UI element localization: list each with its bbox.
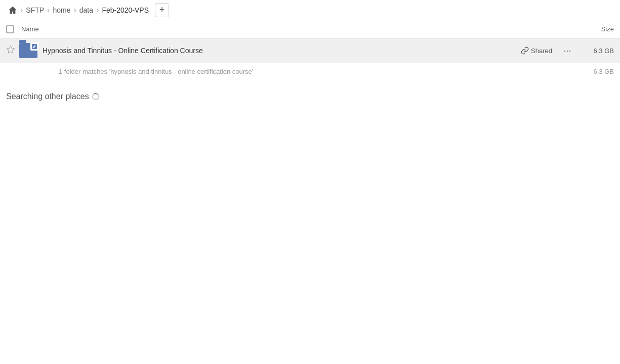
shared-label: Shared <box>531 47 552 55</box>
file-row[interactable]: Hypnosis and Tinnitus - Online Certifica… <box>0 38 620 63</box>
breadcrumb-home[interactable]: home <box>51 5 72 15</box>
match-size: 6.3 GB <box>578 68 614 75</box>
breadcrumb-data[interactable]: data <box>77 5 95 15</box>
add-breadcrumb-button[interactable]: + <box>155 3 169 17</box>
folder-badge <box>30 42 38 51</box>
breadcrumb-feb-2020-vps[interactable]: Feb-2020-VPS <box>100 5 151 15</box>
folder-icon-wrapper <box>18 41 38 60</box>
more-options-button[interactable]: ··· <box>560 43 574 58</box>
searching-section: Searching other places <box>0 80 620 107</box>
breadcrumb-bar: › SFTP › home › data › Feb-2020-VPS + <box>0 0 620 20</box>
breadcrumb-separator-3: › <box>73 6 76 15</box>
folder-badge-inner <box>32 44 37 49</box>
name-column-header: Name <box>21 25 573 33</box>
breadcrumb-separator-4: › <box>96 6 99 15</box>
size-column-header: Size <box>573 25 614 33</box>
searching-title: Searching other places <box>6 92 614 101</box>
home-breadcrumb[interactable] <box>6 5 19 16</box>
match-info: 1 folder matches 'hypnosis and tinnitus … <box>0 63 620 80</box>
searching-spinner <box>92 93 99 100</box>
svg-marker-0 <box>7 46 15 53</box>
breadcrumb-separator-1: › <box>20 6 23 15</box>
star-icon[interactable] <box>6 45 18 56</box>
breadcrumb-separator-2: › <box>47 6 50 15</box>
breadcrumb-sftp[interactable]: SFTP <box>24 5 46 15</box>
file-name: Hypnosis and Tinnitus - Online Certifica… <box>43 47 521 55</box>
file-size: 6.3 GB <box>578 47 614 55</box>
shared-badge: Shared <box>521 47 552 55</box>
match-text: 1 folder matches 'hypnosis and tinnitus … <box>59 68 578 75</box>
header-checkbox-area <box>6 25 21 33</box>
select-all-checkbox[interactable] <box>6 25 14 33</box>
column-headers: Name Size <box>0 20 620 38</box>
searching-label: Searching other places <box>6 92 89 101</box>
